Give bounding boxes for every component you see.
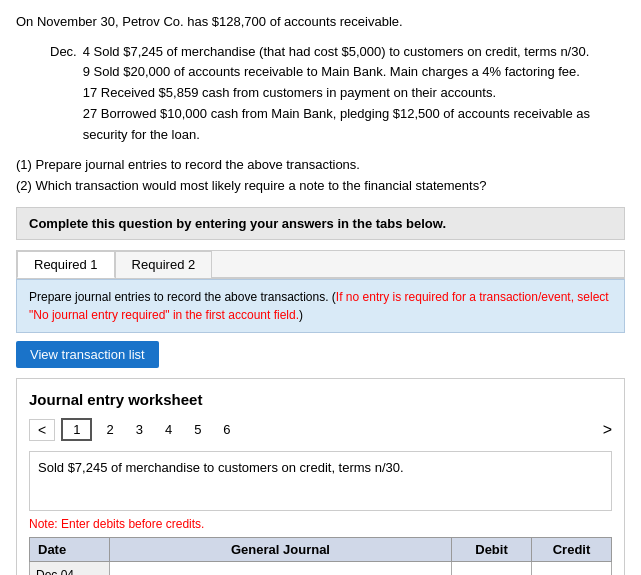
journal-worksheet: Journal entry worksheet < 1 2 3 4 5 6 > …: [16, 378, 625, 575]
question-1: (1) Prepare journal entries to record th…: [16, 155, 625, 176]
complete-instruction: Complete this question by entering your …: [16, 207, 625, 240]
tabs-container: Required 1 Required 2: [16, 250, 625, 279]
transactions-table: Dec. 4 Sold $7,245 of merchandise (that …: [48, 40, 625, 148]
col-header-date: Date: [30, 538, 110, 562]
col-header-credit: Credit: [532, 538, 612, 562]
view-transaction-btn[interactable]: View transaction list: [16, 341, 159, 368]
nav-page-4[interactable]: 4: [157, 420, 180, 439]
instruction-box: Prepare journal entries to record the ab…: [16, 279, 625, 333]
nav-page-2[interactable]: 2: [98, 420, 121, 439]
row-0-debit[interactable]: [452, 562, 532, 575]
col-header-gj: General Journal: [110, 538, 452, 562]
tabs-row: Required 1 Required 2: [17, 251, 624, 278]
nav-page-1[interactable]: 1: [61, 418, 92, 441]
transaction-3: 17 Received $5,859 cash from customers i…: [83, 83, 623, 104]
nav-left-arrow[interactable]: <: [29, 419, 55, 441]
nav-row: < 1 2 3 4 5 6 >: [29, 418, 612, 441]
transaction-1: 4 Sold $7,245 of merchandise (that had c…: [83, 42, 623, 63]
note-text: Note: Enter debits before credits.: [29, 517, 612, 531]
table-row: Dec 04: [30, 562, 612, 575]
instruction-red: If no entry is required for a transactio…: [29, 290, 609, 322]
row-0-credit-input[interactable]: [538, 567, 605, 575]
transaction-4: 27 Borrowed $10,000 cash from Main Bank,…: [83, 104, 623, 146]
transaction-2: 9 Sold $20,000 of accounts receivable to…: [83, 62, 623, 83]
intro-text: On November 30, Petrov Co. has $128,700 …: [16, 12, 625, 32]
nav-page-5[interactable]: 5: [186, 420, 209, 439]
col-header-debit: Debit: [452, 538, 532, 562]
row-0-gj[interactable]: [110, 562, 452, 575]
row-0-gj-input[interactable]: [116, 567, 445, 575]
tab-required-2[interactable]: Required 2: [115, 251, 213, 278]
question-2: (2) Which transaction would most likely …: [16, 176, 625, 197]
nav-right-arrow[interactable]: >: [603, 421, 612, 439]
nav-page-6[interactable]: 6: [215, 420, 238, 439]
transactions-list: 4 Sold $7,245 of merchandise (that had c…: [83, 42, 623, 146]
tab-required-1[interactable]: Required 1: [17, 251, 115, 278]
nav-page-3[interactable]: 3: [128, 420, 151, 439]
dec-label: Dec.: [50, 42, 81, 146]
row-0-debit-input[interactable]: [458, 567, 525, 575]
row-0-date: Dec 04: [30, 562, 110, 575]
questions: (1) Prepare journal entries to record th…: [16, 155, 625, 197]
worksheet-title: Journal entry worksheet: [29, 391, 612, 408]
journal-table: Date General Journal Debit Credit Dec 04: [29, 537, 612, 575]
row-0-credit[interactable]: [532, 562, 612, 575]
description-box: Sold $7,245 of merchandise to customers …: [29, 451, 612, 511]
